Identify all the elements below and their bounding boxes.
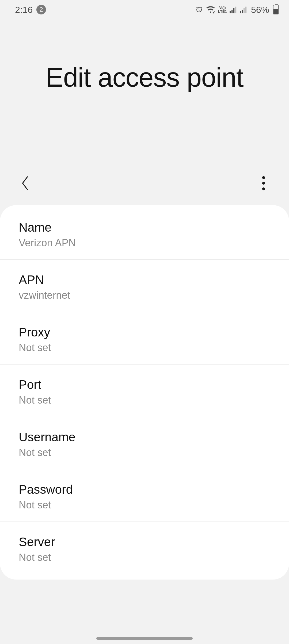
status-battery-percent: 56%	[251, 5, 269, 15]
svg-rect-7	[245, 7, 246, 13]
page-title: Edit access point	[0, 19, 289, 93]
row-value: Not set	[19, 447, 270, 458]
svg-rect-4	[240, 11, 241, 13]
row-username[interactable]: Username Not set	[0, 417, 289, 469]
row-label: Port	[19, 377, 270, 392]
svg-rect-0	[230, 11, 231, 13]
svg-point-9	[262, 182, 265, 185]
svg-point-8	[262, 176, 265, 179]
battery-icon	[273, 5, 279, 14]
row-value: Verizon APN	[19, 237, 270, 249]
settings-list: Name Verizon APN APN vzwinternet Proxy N…	[0, 205, 289, 580]
status-left: 2:16 2	[15, 5, 46, 15]
row-label: Server	[19, 535, 270, 549]
row-port[interactable]: Port Not set	[0, 365, 289, 417]
row-name[interactable]: Name Verizon APN	[0, 205, 289, 260]
svg-rect-6	[244, 8, 245, 13]
row-value: Not set	[19, 499, 270, 511]
row-label: Name	[19, 220, 270, 235]
svg-point-10	[262, 187, 265, 190]
row-proxy[interactable]: Proxy Not set	[0, 312, 289, 365]
signal-icon	[230, 6, 237, 14]
more-options-button[interactable]	[254, 174, 273, 193]
signal-icon	[240, 6, 247, 14]
row-apn[interactable]: APN vzwinternet	[0, 260, 289, 312]
svg-rect-5	[242, 10, 243, 13]
status-notification-badge: 2	[36, 5, 46, 14]
row-label: Password	[19, 482, 270, 497]
row-value: Not set	[19, 342, 270, 354]
status-vo-label: Vo))	[219, 6, 226, 10]
row-label: Username	[19, 430, 270, 444]
battery-fill	[273, 9, 278, 14]
row-value: vzwinternet	[19, 290, 270, 301]
row-server[interactable]: Server Not set	[0, 522, 289, 574]
row-label: Proxy	[19, 325, 270, 339]
status-time: 2:16	[15, 5, 33, 15]
row-password[interactable]: Password Not set	[0, 469, 289, 522]
status-right: Vo)) LTE1 56%	[195, 5, 279, 15]
svg-rect-3	[235, 7, 236, 13]
volte-icon: Vo)) LTE1	[218, 6, 227, 13]
row-label: APN	[19, 273, 270, 287]
wifi-icon	[206, 6, 215, 14]
status-bar: 2:16 2 Vo)) LTE1	[0, 0, 289, 19]
svg-rect-1	[231, 10, 233, 13]
alarm-icon	[195, 6, 203, 14]
status-lte-label: LTE1	[218, 10, 227, 13]
toolbar	[0, 168, 289, 200]
more-vertical-icon	[261, 176, 266, 192]
svg-rect-2	[233, 8, 234, 13]
chevron-left-icon	[20, 175, 31, 192]
row-value: Not set	[19, 394, 270, 406]
back-button[interactable]	[16, 174, 35, 193]
row-value: Not set	[19, 552, 270, 563]
gesture-bar[interactable]	[96, 637, 193, 640]
